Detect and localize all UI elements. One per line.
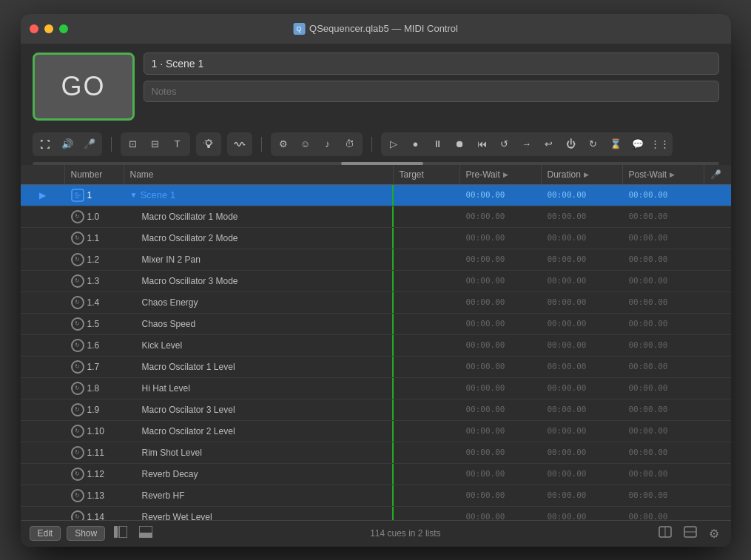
- cue-pre-wait: 00:00.00: [460, 228, 542, 249]
- cue-number: ↻1.13: [65, 485, 124, 506]
- emoji-button[interactable]: ☺: [295, 135, 316, 154]
- row-indicator: [21, 442, 65, 463]
- mic-button[interactable]: 🎤: [79, 135, 100, 154]
- header-name[interactable]: Name: [124, 165, 394, 184]
- green-line-marker: [392, 421, 394, 442]
- cue-post-wait: 00:00.00: [623, 335, 704, 356]
- table-row[interactable]: ↻1.2Mixer IN 2 Pan00:00.0000:00.0000:00.…: [21, 249, 731, 271]
- light-button[interactable]: [198, 135, 219, 154]
- cue-notes-input[interactable]: [144, 81, 719, 102]
- duration-sort-icon: ▶: [584, 171, 589, 178]
- play-button[interactable]: ▷: [383, 135, 404, 154]
- cue-duration: 00:00.00: [542, 378, 623, 399]
- midi-icon: ↻: [71, 403, 84, 416]
- table-body[interactable]: ▶1▼Scene 100:00.0000:00.0000:00.00↻1.0Ma…: [21, 185, 731, 520]
- power-button[interactable]: ⏻: [561, 135, 582, 154]
- timer-button[interactable]: ⌛: [605, 135, 626, 154]
- cue-number: ↻1.8: [65, 378, 124, 399]
- cue-type-memo[interactable]: ⊟: [145, 135, 166, 154]
- header-target[interactable]: Target: [394, 165, 460, 184]
- table-row[interactable]: ↻1.14Reverb Wet Level00:00.0000:00.0000:…: [21, 507, 731, 520]
- header-number[interactable]: Number: [65, 165, 124, 184]
- next-button[interactable]: →: [516, 135, 537, 154]
- cue-mic: [704, 485, 731, 506]
- header-duration[interactable]: Duration ▶: [542, 165, 623, 184]
- row-indicator: [21, 271, 65, 291]
- cue-post-wait: 00:00.00: [623, 485, 704, 506]
- cue-mic: [704, 292, 731, 313]
- cue-pre-wait: 00:00.00: [460, 314, 542, 334]
- table-row[interactable]: ↻1.12Reverb Decay00:00.0000:00.0000:00.0…: [21, 464, 731, 485]
- cue-number: 1: [65, 185, 124, 206]
- table-row[interactable]: ↻1.5Chaos Speed00:00.0000:00.0000:00.00: [21, 314, 731, 335]
- cue-post-wait: 00:00.00: [623, 228, 704, 249]
- show-button[interactable]: Show: [67, 526, 105, 541]
- cue-type-text[interactable]: T: [167, 135, 188, 154]
- panel-toggle-button[interactable]: [136, 524, 155, 542]
- cue-post-wait: 00:00.00: [623, 357, 704, 377]
- refresh-button[interactable]: ↻: [583, 135, 604, 154]
- clock-button[interactable]: ⏱: [340, 135, 360, 154]
- cue-number: ↻1.3: [65, 271, 124, 291]
- minimize-button[interactable]: [44, 24, 53, 33]
- cue-post-wait: 00:00.00: [623, 442, 704, 463]
- music-button[interactable]: ♪: [317, 135, 338, 154]
- rewind-button[interactable]: ⏮: [472, 135, 493, 154]
- cue-number: ↻1.12: [65, 464, 124, 485]
- cue-mic: [704, 206, 731, 227]
- audio-button[interactable]: 🔊: [57, 135, 78, 154]
- cue-post-wait: 00:00.00: [623, 271, 704, 291]
- gear-button[interactable]: ⚙: [273, 135, 294, 154]
- table-row[interactable]: ↻1.4Chaos Energy00:00.0000:00.0000:00.00: [21, 292, 731, 314]
- fullscreen-button[interactable]: [35, 135, 55, 154]
- row-indicator: [21, 292, 65, 313]
- table-row[interactable]: ↻1.9Macro Oscilator 3 Level00:00.0000:00…: [21, 399, 731, 421]
- disclosure-triangle: ▼: [130, 191, 138, 199]
- edit-button[interactable]: Edit: [30, 526, 61, 541]
- pause-button[interactable]: ⏸: [428, 135, 448, 154]
- settings-button[interactable]: ⚙: [706, 525, 722, 542]
- table-row[interactable]: ↻1.0Macro Oscillator 1 Mode00:00.0000:00…: [21, 206, 731, 228]
- list-view-button[interactable]: [656, 524, 675, 542]
- table-row[interactable]: ↻1.13Reverb HF00:00.0000:00.0000:00.00: [21, 485, 731, 507]
- cue-name-input[interactable]: [144, 53, 719, 75]
- cue-post-wait: 00:00.00: [623, 314, 704, 334]
- loop-button[interactable]: ↺: [494, 135, 515, 154]
- sidebar-toggle-button[interactable]: [111, 524, 130, 542]
- go-button[interactable]: GO: [33, 53, 135, 121]
- cue-name: Reverb Wet Level: [124, 507, 394, 520]
- header-pre-wait[interactable]: Pre-Wait ▶: [460, 165, 542, 184]
- svg-rect-5: [139, 533, 152, 538]
- table-row[interactable]: ↻1.11Rim Shot Level00:00.0000:00.0000:00…: [21, 442, 731, 464]
- green-line-marker: [392, 464, 394, 485]
- header-post-wait[interactable]: Post-Wait ▶: [623, 165, 704, 184]
- table-row[interactable]: ▶1▼Scene 100:00.0000:00.0000:00.00: [21, 185, 731, 206]
- scroll-indicator: [33, 162, 719, 165]
- cue-target: [394, 335, 460, 356]
- table-row[interactable]: ↻1.7Macro Oscilator 1 Level00:00.0000:00…: [21, 357, 731, 378]
- split-view-button[interactable]: [681, 524, 700, 542]
- cue-type-group[interactable]: ⊡: [123, 135, 144, 154]
- table-row[interactable]: ↻1.10Macro Oscilator 2 Level00:00.0000:0…: [21, 421, 731, 442]
- cue-duration: 00:00.00: [542, 399, 623, 420]
- table-row[interactable]: ↻1.1Macro Oscillator 2 Mode00:00.0000:00…: [21, 228, 731, 249]
- maximize-button[interactable]: [59, 24, 68, 33]
- cue-mic: [704, 421, 731, 442]
- record-button[interactable]: ⏺: [450, 135, 471, 154]
- back-button[interactable]: ↩: [539, 135, 559, 154]
- grid-button[interactable]: ⋮⋮: [650, 135, 670, 154]
- table-row[interactable]: ↻1.3Macro Oscillator 3 Mode00:00.0000:00…: [21, 271, 731, 292]
- stop-button[interactable]: ●: [405, 135, 426, 154]
- cue-name-text: Macro Oscilator 3 Level: [142, 405, 235, 415]
- chat-button[interactable]: 💬: [627, 135, 648, 154]
- header-indicator: [21, 165, 65, 184]
- wave-button[interactable]: [229, 135, 250, 154]
- cue-target: [394, 185, 460, 206]
- row-indicator: [21, 314, 65, 334]
- midi-icon: ↻: [71, 489, 84, 502]
- row-indicator: [21, 335, 65, 356]
- table-row[interactable]: ↻1.6Kick Level00:00.0000:00.0000:00.00: [21, 335, 731, 357]
- close-button[interactable]: [30, 24, 38, 33]
- green-line-marker: [392, 292, 394, 313]
- table-row[interactable]: ↻1.8Hi Hat Level00:00.0000:00.0000:00.00: [21, 378, 731, 399]
